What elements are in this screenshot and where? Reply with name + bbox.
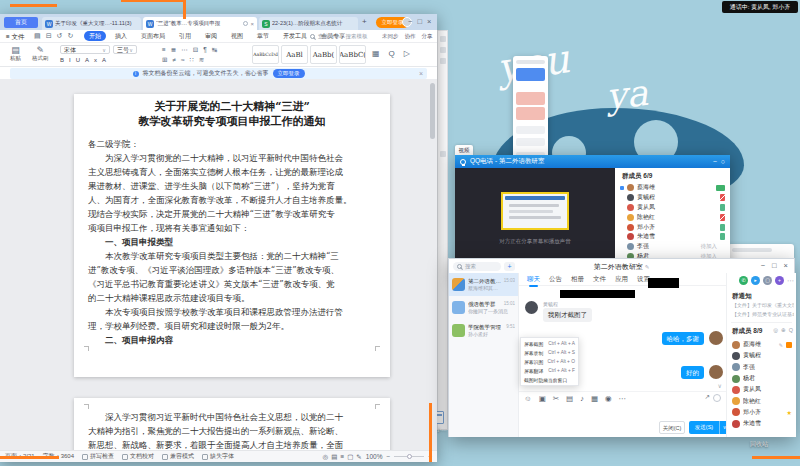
mic-icon[interactable]: ◉ bbox=[605, 394, 612, 403]
ribbon-tab[interactable]: 引用 bbox=[174, 31, 196, 41]
ribbon-tab[interactable]: 开发工具 bbox=[278, 31, 312, 41]
quick-access-icon[interactable]: ⊟ bbox=[46, 32, 52, 40]
pin-icon[interactable] bbox=[243, 21, 248, 26]
ribbon-tool[interactable]: ▷ bbox=[404, 49, 410, 58]
style-chip[interactable]: AaBbCcDd bbox=[252, 45, 279, 64]
scrollbar-thumb[interactable] bbox=[430, 83, 435, 139]
more-icon[interactable]: ⋯ bbox=[787, 276, 794, 285]
paragraph-button[interactable]: ↹ bbox=[212, 46, 217, 54]
format-painter-button[interactable]: ✎ 格式刷 bbox=[32, 45, 49, 62]
paragraph-button[interactable]: ⊞ bbox=[162, 56, 167, 64]
group-notice-header[interactable]: 群通知 bbox=[732, 292, 752, 301]
close-icon[interactable]: × bbox=[250, 21, 254, 27]
menu-right-action[interactable]: 分享 bbox=[422, 33, 433, 40]
call-member-row[interactable]: 蔡海维 bbox=[615, 183, 730, 193]
view-mode-icon[interactable]: ▤ bbox=[331, 453, 337, 461]
font-style-button[interactable]: B bbox=[60, 57, 64, 63]
ribbon-tab[interactable]: 页面布局 bbox=[136, 31, 170, 41]
menu-item[interactable]: 屏幕截图 Ctrl + Alt + A bbox=[521, 339, 578, 348]
style-chip[interactable]: AaBl bbox=[281, 45, 308, 64]
font-style-button[interactable]: A bbox=[85, 57, 89, 63]
conversation-item[interactable]: 第二外语教…15:03 蔡海维和其… bbox=[449, 273, 518, 296]
menu-item[interactable]: 屏幕翻译 Ctrl + Alt + F bbox=[521, 366, 578, 375]
music-icon[interactable]: ♪ bbox=[580, 394, 584, 403]
document-tab[interactable]: W 关于印发《重大文理…-11.11(3) × bbox=[42, 17, 141, 30]
scissors-icon[interactable]: ✂ bbox=[553, 394, 559, 403]
chat-tab[interactable]: 应用 bbox=[615, 275, 628, 284]
ribbon-tool[interactable]: Q bbox=[389, 49, 395, 58]
maximize-button[interactable]: □ bbox=[417, 17, 422, 27]
expand-icon[interactable]: ↗ bbox=[705, 393, 710, 401]
group-notice-item[interactable]: 【文件】关于印发《重大文理学… bbox=[732, 302, 794, 308]
quick-access-icon[interactable]: ▤ bbox=[34, 32, 41, 40]
edit-icon[interactable]: ✎ bbox=[645, 264, 650, 270]
paragraph-button[interactable]: ≈ bbox=[181, 56, 185, 64]
login-badge[interactable]: 立即登录 bbox=[376, 17, 409, 28]
view-mode-icon[interactable]: ≡ bbox=[340, 453, 344, 461]
view-mode-icon[interactable]: ▢ bbox=[347, 453, 353, 461]
paragraph-button[interactable]: ∷ bbox=[190, 56, 194, 64]
command-search[interactable]: 查找命令、搜索模板 bbox=[310, 33, 368, 40]
search-input[interactable]: 搜索 bbox=[453, 262, 501, 271]
history-icon[interactable] bbox=[713, 394, 721, 402]
call-member-row[interactable]: 郑小齐 bbox=[615, 222, 730, 232]
document-canvas[interactable]: 关于开展党的二十大精神“三进” 教学改革研究专项项目申报工作的通知 各二级学院：… bbox=[0, 79, 437, 450]
style-chip[interactable]: AaBbC( bbox=[339, 45, 366, 64]
minimize-button[interactable]: − bbox=[713, 158, 717, 165]
group-member-row[interactable]: 杨君 ✎ ★ bbox=[727, 373, 797, 384]
close-chat-button[interactable]: 关闭(C) bbox=[659, 421, 685, 434]
document-page-2[interactable]: 深入学习贯彻习近平新时代中国特色社会主义思想，以党的二十大精神为指引，聚焦党的二… bbox=[74, 398, 390, 450]
login-now-button[interactable]: 立即登录 bbox=[273, 69, 305, 78]
group-member-row[interactable]: 朱迪雪 ✎ ★ bbox=[727, 418, 797, 429]
group-member-row[interactable]: 黄从凤 ✎ ★ bbox=[727, 384, 797, 395]
menu-right-action[interactable]: 未同步 bbox=[382, 33, 399, 40]
quick-access-icon[interactable]: ↻ bbox=[67, 32, 73, 40]
ribbon-tool[interactable]: ▦ bbox=[372, 49, 380, 58]
maximize-button[interactable]: □ bbox=[772, 261, 777, 271]
video-tab-button[interactable]: 视频 bbox=[455, 145, 473, 155]
add-button[interactable]: + bbox=[504, 262, 515, 271]
document-tab[interactable]: W “三进”教革…专项项目申报 × bbox=[143, 17, 257, 30]
ribbon-tab[interactable]: 章节 bbox=[252, 31, 274, 41]
status-flag[interactable]: 拼写检查 bbox=[82, 452, 114, 461]
status-flag[interactable]: 缺失字体 bbox=[202, 452, 234, 461]
group-member-row[interactable]: 李强 ✎ ★ bbox=[727, 362, 797, 373]
send-button[interactable]: 发送(S) bbox=[689, 421, 719, 434]
call-member-row[interactable]: 李强 待加入 bbox=[615, 242, 730, 252]
paragraph-button[interactable]: ≣ bbox=[171, 46, 176, 54]
call-member-row[interactable]: 朱迪雪 bbox=[615, 232, 730, 242]
screen-share-icon[interactable]: ▢ bbox=[763, 276, 772, 285]
ribbon-tab[interactable]: 插入 bbox=[110, 31, 132, 41]
call-member-row[interactable]: 黄从凤 bbox=[615, 203, 730, 213]
conversation-item[interactable]: 学院教学管理9:51 孙小孟好 bbox=[449, 319, 518, 342]
folder-icon[interactable]: ▤ bbox=[566, 394, 573, 403]
new-tab-button[interactable]: + bbox=[362, 17, 367, 26]
group-member-row[interactable]: 陈艳红 ✎ ★ bbox=[727, 395, 797, 406]
menu-item[interactable]: 截图时隐藏当前窗口 bbox=[521, 375, 578, 384]
chevron-down-icon[interactable]: ∨ bbox=[718, 382, 722, 389]
document-page-1[interactable]: 关于开展党的二十大精神“三进” 教学改革研究专项项目申报工作的通知 各二级学院：… bbox=[74, 94, 390, 377]
font-style-button[interactable]: U bbox=[76, 57, 80, 63]
close-button[interactable]: × bbox=[427, 17, 431, 27]
font-style-button[interactable]: I bbox=[69, 57, 71, 63]
avatar[interactable] bbox=[709, 365, 723, 379]
ribbon-tab[interactable]: 视图 bbox=[226, 31, 248, 41]
vertical-scrollbar[interactable] bbox=[430, 81, 435, 447]
menu-item[interactable]: 屏幕录制 Ctrl + Alt + S bbox=[521, 348, 578, 357]
palette-row[interactable] bbox=[516, 107, 545, 120]
status-flag[interactable]: 文档校对 bbox=[122, 452, 154, 461]
font-size-select[interactable]: 三号∨ bbox=[113, 45, 137, 54]
group-member-row[interactable]: 郑小齐 ✎ ★ bbox=[727, 407, 797, 418]
palette-row[interactable] bbox=[516, 92, 545, 105]
chat-tab[interactable]: 聊天 bbox=[527, 275, 540, 284]
conversation-item[interactable]: 俄语教学群15:01 你撤回了一条消息 bbox=[449, 296, 518, 319]
font-family-select[interactable]: 宋体∨ bbox=[60, 45, 110, 54]
style-chip[interactable]: AaBb( bbox=[310, 45, 337, 64]
ribbon-tab[interactable]: 审阅 bbox=[200, 31, 222, 41]
menu-item[interactable]: 屏幕识图 Ctrl + Alt + O bbox=[521, 357, 578, 366]
chat-tab[interactable]: 公告 bbox=[549, 275, 562, 284]
voice-call-icon[interactable]: ✆ bbox=[739, 276, 748, 285]
group-member-row[interactable]: 黄毓程 ✎ ★ bbox=[727, 350, 797, 361]
paragraph-button[interactable]: ≋ bbox=[199, 56, 204, 64]
minimize-button[interactable]: − bbox=[408, 17, 412, 27]
